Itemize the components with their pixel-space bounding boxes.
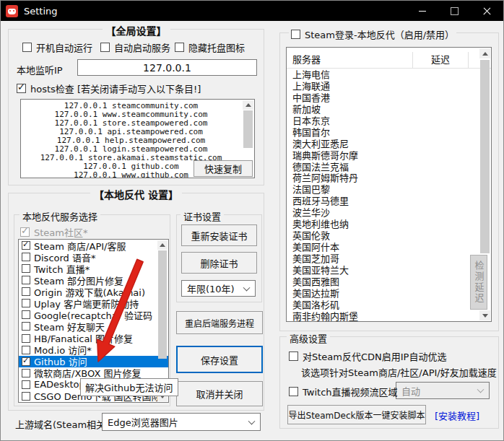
service-item-checkbox[interactable] (22, 264, 30, 273)
export-steamdeck-button[interactable]: 导出SteamDeck版本一键安装脚本 (287, 405, 426, 424)
cdn-optimize-checkbox[interactable] (289, 352, 298, 361)
service-item-checkbox[interactable] (22, 380, 30, 389)
steam-login-checkbox[interactable] (291, 30, 300, 39)
server-row[interactable]: 韩国首尔 (287, 127, 479, 139)
server-row[interactable]: 上海联通 (287, 81, 479, 92)
steam-community-checkbox[interactable] (20, 227, 30, 237)
upstream-domain-combobox[interactable]: Edge浏览器图片 (102, 413, 261, 431)
twitch-region-value: 自动 (401, 384, 420, 398)
server-row[interactable]: 美国达拉斯 (287, 288, 479, 300)
server-table[interactable]: 服务器 延迟 上海电信上海联通中国香港新加坡日本东京韩国首尔澳大利亚悉尼瑞典斯德… (286, 47, 492, 322)
app-icon (6, 5, 18, 17)
steam-community-label: Steam社区* (34, 225, 87, 239)
reinstall-cert-button[interactable]: 重新安装证书 (181, 224, 257, 246)
detect-latency-button[interactable]: 检测延迟 (470, 255, 487, 310)
close-icon (483, 7, 491, 15)
autostart-row: 自动启动服务 (100, 40, 170, 54)
service-item-checkbox[interactable] (22, 253, 30, 261)
service-item-checkbox[interactable] (22, 346, 30, 354)
hosts-scrollbar-thumb[interactable] (243, 110, 253, 148)
server-row[interactable]: 澳大利亚悉尼 (287, 139, 479, 150)
server-scrollbar-thumb[interactable] (480, 60, 490, 253)
quick-copy-button[interactable]: 快速复制 (194, 160, 253, 177)
maximize-button[interactable] (438, 1, 471, 21)
service-item-checkbox[interactable] (22, 357, 30, 366)
delete-cert-button[interactable]: 删除证书 (181, 252, 257, 274)
save-settings-button[interactable]: 保存设置 (176, 346, 263, 373)
chevron-down-icon (477, 386, 485, 393)
server-row[interactable]: 美国西雅图 (287, 276, 479, 288)
upstream-domain-label: 上游域名(Steam相关): (15, 417, 113, 431)
chevron-down-icon (243, 284, 251, 291)
chevron-down-icon (248, 417, 256, 424)
hosts-check-checkbox[interactable] (17, 84, 26, 93)
hidetray-row: 隐藏托盘图标 (175, 40, 245, 54)
server-scroll-down[interactable] (479, 310, 490, 320)
server-row[interactable]: 西班牙马德里 (287, 196, 479, 207)
maximize-icon (451, 7, 459, 15)
service-item-checkbox[interactable] (22, 241, 30, 250)
autorun-label: 开机自动运行 (36, 40, 92, 54)
twitch-region-combobox[interactable]: 自动 (396, 382, 490, 399)
server-row[interactable]: 美国亚特兰大 (287, 265, 479, 276)
install-tutorial-link[interactable]: [安装教程] (435, 409, 479, 422)
server-row[interactable]: 奥地利维也纳 (287, 219, 479, 230)
server-row[interactable]: 新加坡 (287, 104, 479, 115)
minimize-icon (419, 11, 426, 12)
server-row[interactable]: 波兰华沙 (287, 207, 479, 219)
service-item-checkbox[interactable] (22, 322, 30, 331)
server-column-header[interactable]: 服务器 (292, 52, 321, 66)
server-row[interactable]: 美国芝加哥 (287, 253, 479, 265)
server-row[interactable]: 荷兰阿姆斯特丹 (287, 173, 479, 184)
service-item-checkbox[interactable] (22, 392, 30, 401)
service-item-checkbox[interactable] (22, 276, 30, 284)
server-row[interactable]: 日本东京 (287, 115, 479, 127)
twitch-region-checkbox[interactable] (289, 387, 298, 396)
autorun-checkbox[interactable] (22, 43, 32, 52)
cdn-optimize-label: 对Steam反代CDN启用IP自动优选 (303, 349, 446, 363)
service-scroll-up[interactable] (157, 240, 168, 250)
steam-login-row: Steam登录-本地反代（启用/禁用） (289, 27, 456, 41)
service-item-checkbox[interactable] (22, 369, 30, 377)
server-row[interactable]: 瑞典斯德哥尔摩 (287, 150, 479, 162)
hosts-check-label: hosts检查 [若关闭请手动写入以下条目!] (30, 82, 201, 95)
twitch-region-row: Twitch直播视频流区域 (289, 385, 398, 398)
proxy-settings-title: 【本地反代 设置】 (8, 187, 264, 201)
cdn-optimize-row: 对Steam反代CDN启用IP自动优选 (289, 349, 446, 363)
service-item-label: EADesktop (34, 379, 85, 390)
server-row[interactable]: 上海电信 (287, 69, 479, 81)
server-row[interactable]: 法国巴黎 (287, 184, 479, 196)
server-row[interactable]: 南非约翰内斯堡 (287, 311, 479, 321)
service-select-title: 本地反代服务选择 (19, 209, 100, 223)
service-scrollbar-thumb[interactable] (158, 250, 167, 359)
server-row[interactable]: 中国香港 (287, 92, 479, 104)
close-button[interactable] (471, 1, 503, 21)
server-scroll-up[interactable] (479, 48, 490, 58)
title-bar: Setting (1, 1, 503, 21)
hosts-scroll-up[interactable] (243, 100, 253, 110)
hidetray-checkbox[interactable] (175, 43, 184, 52)
listen-ip-input[interactable]: 127.0.0.1 (77, 59, 257, 76)
cert-years-combobox[interactable]: 年限(10年) (181, 280, 256, 297)
autostart-checkbox[interactable] (100, 43, 110, 52)
server-row[interactable]: 美国阿什本 (287, 242, 479, 253)
cancel-close-button[interactable]: 取消并关闭 (176, 381, 263, 406)
latency-column-header[interactable]: 延迟 (412, 52, 469, 68)
server-row[interactable]: 德国法兰克福 (287, 162, 479, 173)
restart-backend-button[interactable]: 重启后端服务进程 (176, 311, 263, 334)
minimize-button[interactable] (406, 1, 438, 21)
autostart-label: 自动启动服务 (114, 40, 170, 54)
server-row[interactable]: 美国洛杉矶 (287, 300, 479, 311)
upstream-domain-value: Edge浏览器图片 (108, 415, 178, 429)
cdn-optimize-note: 该选项针对Steam商店/社区/API/好友加载速度 (301, 365, 497, 379)
service-item-checkbox[interactable] (22, 287, 30, 296)
service-item-checkbox[interactable] (22, 299, 30, 307)
server-row[interactable]: 英国伦敦 (287, 230, 479, 242)
service-item[interactable]: 微软商店/XBOX 图片修复 (19, 367, 168, 379)
cert-years-value: 年限(10年) (187, 281, 235, 295)
steam-login-label: Steam登录-本地反代（启用/禁用） (305, 27, 454, 41)
service-item-checkbox[interactable] (22, 310, 30, 319)
server-table-header: 服务器 延迟 (287, 48, 491, 69)
service-item-checkbox[interactable] (22, 334, 30, 343)
cert-settings-title: 证书设置 (181, 209, 224, 223)
